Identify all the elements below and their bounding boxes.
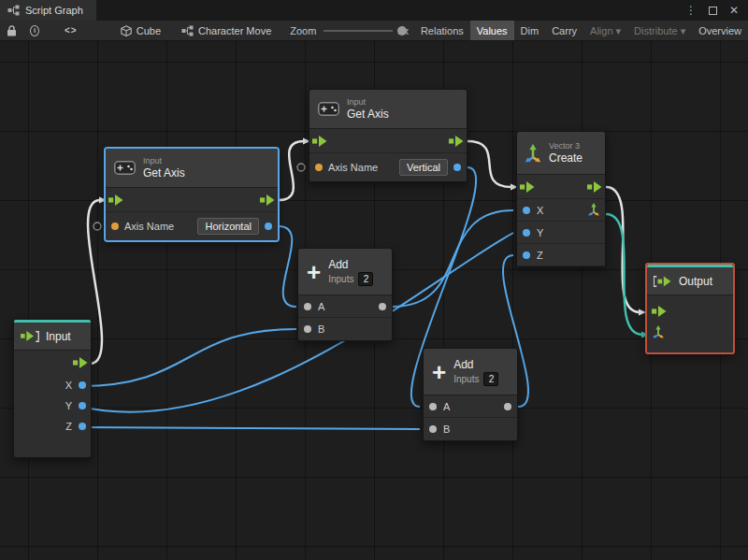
node-title: Create (549, 151, 583, 165)
port-label: A (318, 301, 324, 312)
values-button[interactable]: Values (470, 21, 514, 41)
node-header[interactable]: + Add Inputs 2 (424, 349, 517, 395)
zoom-slider[interactable] (324, 25, 393, 36)
flow-port-row (309, 129, 467, 153)
node-header[interactable]: Input (14, 323, 91, 351)
graph-canvas[interactable]: Input Get Axis Axis Name Vertical Input … (0, 41, 748, 560)
b-in-port[interactable] (304, 325, 311, 333)
flow-in-port[interactable] (312, 136, 327, 147)
node-graph-output[interactable]: Output (645, 263, 735, 354)
dim-button[interactable]: Dim (514, 21, 546, 41)
lock-icon[interactable] (7, 25, 17, 36)
flow-in-port[interactable] (520, 181, 535, 193)
wire-data-horizontal-result-to-add1-a[interactable] (279, 226, 296, 307)
node-title: Output (679, 275, 712, 288)
axis-name-row: Axis Name Horizontal (106, 212, 278, 240)
vector3-out-port[interactable] (587, 203, 600, 220)
close-icon[interactable]: ✕ (729, 4, 739, 17)
y-out-port[interactable] (79, 402, 86, 409)
axis-name-port[interactable] (315, 164, 323, 171)
zoom-slider-handle[interactable] (397, 26, 407, 36)
node-graph-input[interactable]: Input X Y Z (13, 319, 92, 458)
node-vector3-create[interactable]: Vector 3 Create X Y Z (516, 131, 606, 267)
wire-flow-create-to-output[interactable] (606, 187, 640, 312)
b-in-port[interactable] (429, 425, 437, 433)
gamepad-icon (318, 102, 339, 116)
subgraph-icon (181, 25, 194, 36)
flow-out-port[interactable] (260, 194, 275, 206)
a-in-port[interactable] (429, 403, 437, 410)
y-in-port[interactable] (523, 229, 530, 237)
node-header[interactable]: Output (647, 267, 733, 295)
wire-vector-create-result-to-output[interactable] (606, 214, 642, 335)
wire-flow-horizontal-to-vertical[interactable] (279, 141, 304, 200)
wire-data-input-x-to-add1-b[interactable] (80, 329, 296, 386)
node-get-axis-horizontal[interactable]: Input Get Axis Axis Name Horizontal (105, 148, 279, 241)
align-dropdown[interactable]: Align ▾ (583, 21, 627, 41)
vector3-in-port[interactable] (652, 325, 665, 342)
node-header[interactable]: Input Get Axis (106, 149, 278, 188)
axis-name-row: Axis Name Vertical (309, 153, 467, 181)
carry-button[interactable]: Carry (545, 21, 583, 41)
result-out-port[interactable] (265, 223, 272, 230)
tab-script-graph[interactable]: Script Graph (0, 0, 96, 21)
x-out-port[interactable] (79, 381, 86, 389)
inputs-count-field[interactable]: 2 (483, 372, 498, 386)
maximize-icon[interactable] (709, 7, 717, 15)
z-in-port[interactable] (523, 251, 530, 259)
flow-out-port[interactable] (449, 136, 464, 147)
sum-out-port[interactable] (504, 403, 511, 410)
axis-name-field[interactable]: Vertical (399, 159, 448, 176)
z-out-port[interactable] (79, 423, 86, 430)
flow-in-port[interactable] (652, 306, 667, 317)
breadcrumb-subgraph-character-move[interactable]: Character Move (181, 25, 271, 36)
x-in-port[interactable] (523, 207, 530, 214)
sum-out-port[interactable] (379, 303, 386, 310)
flow-out-port[interactable] (587, 181, 602, 193)
port-label: Axis Name (124, 221, 174, 232)
port-label: Axis Name (328, 162, 378, 173)
vector3-port-icon (652, 325, 665, 338)
info-icon[interactable]: i (30, 25, 39, 36)
unconnected-port-indicator[interactable] (94, 223, 101, 230)
port-label: Z (537, 250, 543, 261)
overview-button[interactable]: Overview (692, 21, 748, 41)
breadcrumb-label: Cube (137, 25, 161, 36)
node-title: Input (46, 330, 71, 343)
wire-flow-vertical-to-create[interactable] (468, 141, 511, 187)
result-out-port[interactable] (453, 164, 461, 171)
zoom-slider-track (324, 30, 393, 32)
node-kind-label: Input (143, 156, 185, 166)
node-header[interactable]: Vector 3 Create (517, 132, 605, 175)
node-header[interactable]: Input Get Axis (309, 90, 467, 129)
distribute-dropdown[interactable]: Distribute ▾ (627, 21, 692, 41)
unconnected-port-indicator[interactable] (297, 164, 305, 171)
node-add-1[interactable]: + Add Inputs 2 A B (297, 248, 393, 341)
inputs-count-field[interactable]: 2 (358, 272, 373, 286)
flow-in-port[interactable] (108, 194, 123, 206)
relations-button[interactable]: Relations (414, 21, 470, 41)
axis-name-port[interactable] (111, 223, 119, 230)
node-kind-label: Vector 3 (549, 141, 583, 151)
port-label: Y (65, 400, 72, 411)
breadcrumb-graph-cube[interactable]: Cube (121, 25, 161, 36)
port-row-a: A (424, 395, 517, 418)
a-in-port[interactable] (304, 303, 311, 310)
port-label: B (318, 323, 324, 335)
node-header[interactable]: + Add Inputs 2 (298, 249, 392, 295)
node-title: Get Axis (347, 108, 389, 121)
output-icon (654, 276, 672, 287)
connections-icon[interactable]: <> (65, 25, 78, 36)
port-row-z: Z (517, 244, 605, 266)
port-label: X (537, 205, 543, 216)
vector-port-row (647, 323, 733, 345)
node-title: Get Axis (143, 166, 185, 179)
port-label: B (443, 424, 450, 435)
wire-data-input-z-to-add2-b[interactable] (80, 427, 420, 429)
flow-out-port[interactable] (73, 357, 88, 368)
node-add-2[interactable]: + Add Inputs 2 A B (423, 348, 518, 441)
kebab-menu-icon[interactable]: ⋮ (685, 4, 697, 17)
axis-name-field[interactable]: Horizontal (197, 218, 259, 235)
wire-data-add1-sum-to-create-x[interactable] (393, 210, 513, 307)
node-get-axis-vertical[interactable]: Input Get Axis Axis Name Vertical (309, 89, 468, 182)
